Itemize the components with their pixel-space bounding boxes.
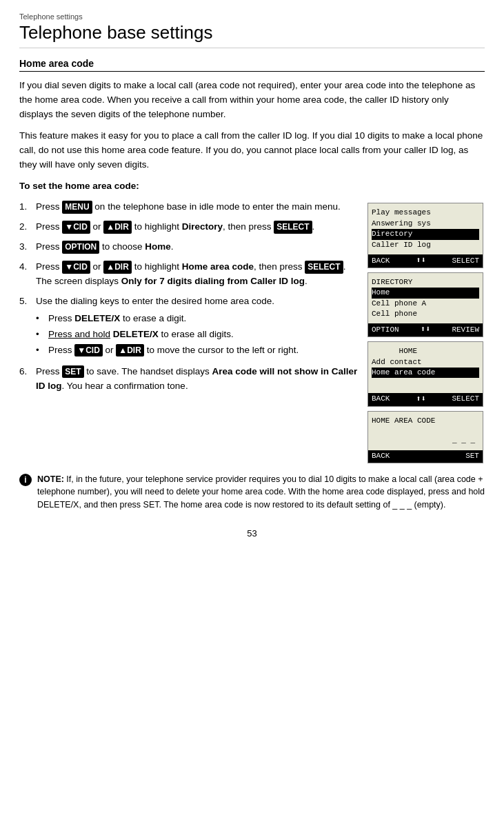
step-2-content: Press ▼CID or ▲DIR to highlight Director… [36,220,361,234]
step-5-bullets: • Press DELETE/X to erase a digit. • Pre… [36,312,361,358]
screen-3-line-2: Add contact [372,357,479,368]
screen-1: Play messages Answering sys Directory Ca… [367,203,483,268]
screen-1-line-3: Directory [372,229,479,239]
screen-3-line-1: HOME [372,346,479,356]
steps-column: 1. Press MENU on the telephone base in i… [19,200,361,399]
step-3: 3. Press OPTION to choose Home. [19,240,361,254]
select-key-4: SELECT [305,261,343,274]
set-key: SET [62,365,83,379]
step-6-num: 6. [19,365,32,394]
screen-2-line-1: DIRECTORY [372,277,479,288]
screen-4-value: _ _ _ [372,436,479,446]
screen-2-body: DIRECTORY Home Cell phone A Cell phone [368,276,483,322]
screen-1-line-2: Answering sys [372,219,479,229]
cid-down-key: ▼CID [62,221,90,234]
screen-1-select: SELECT [452,256,479,266]
screen-3-select: SELECT [452,394,479,404]
screen-3-line-4 [372,378,479,388]
paragraph-1: If you dial seven digits to make a local… [19,79,485,122]
step-1-content: Press MENU on the telephone base in idle… [36,200,361,214]
dir-up-key-5: ▲DIR [116,344,144,357]
screens-column: Play messages Answering sys Directory Ca… [367,200,485,463]
step-2-num: 2. [19,220,32,234]
bullet-1: • Press DELETE/X to erase a digit. [36,312,361,326]
screen-1-back: BACK [372,256,390,266]
screen-3-body: HOME Add contact Home area code [368,345,483,391]
step-1: 1. Press MENU on the telephone base in i… [19,200,361,214]
paragraph-2: This feature makes it easy for you to pl… [19,129,485,172]
screen-2-line-4: Cell phone [372,309,479,319]
screen-4-footer: BACK SET [368,450,483,462]
screen-4-body: HOME AREA CODE _ _ _ [368,414,483,449]
screen-4-title: HOME AREA CODE [372,416,479,426]
screen-3-back: BACK [372,394,390,404]
section-heading: Home area code [19,58,485,72]
note-block: i NOTE: If, in the future, your telephon… [19,473,485,512]
screen-4-spacer [416,451,439,461]
step-5: 5. Use the dialing keys to enter the des… [19,294,361,359]
screen-3-line-3: Home area code [372,368,479,378]
screen-1-footer: BACK ⬆⬇ SELECT [368,254,483,268]
screen-3-footer: BACK ⬆⬇ SELECT [368,393,483,406]
step-6: 6. Press SET to save. The handset displa… [19,365,361,394]
screen-1-line-4: Caller ID log [372,240,479,250]
step-5-content: Use the dialing keys to enter the desire… [36,294,361,359]
screen-2-review: REVIEW [452,325,479,335]
step-4-num: 4. [19,260,32,289]
note-icon: i [19,474,32,486]
step-5-num: 5. [19,294,32,359]
screen-3-arrow: ⬆⬇ [416,394,425,405]
screen-2-footer: OPTION ⬆⬇ REVIEW [368,323,483,336]
screen-4-blank [372,426,479,436]
step-4-content: Press ▼CID or ▲DIR to highlight Home are… [36,260,361,289]
steps-list: 1. Press MENU on the telephone base in i… [19,200,361,393]
page-number: 53 [19,528,485,539]
dir-up-key-4: ▲DIR [103,261,132,274]
screen-4-set: SET [465,451,479,461]
screen-1-line-1: Play messages [372,208,479,218]
bullet-2: • Press and hold DELETE/X to erase all d… [36,328,361,342]
page-title: Telephone base settings [19,22,485,48]
bullet-3: • Press ▼CID or ▲DIR to move the cursor … [36,343,361,358]
step-1-num: 1. [19,200,32,214]
screen-2-line-2: Home [372,288,479,298]
cid-down-key-4: ▼CID [62,261,90,274]
screen-2-line-3: Cell phone A [372,299,479,309]
option-key: OPTION [62,241,99,254]
step-3-content: Press OPTION to choose Home. [36,240,361,254]
screen-1-body: Play messages Answering sys Directory Ca… [368,206,483,252]
screen-1-arrow: ⬆⬇ [416,255,425,267]
cid-down-key-5: ▼CID [74,344,103,357]
dir-up-key: ▲DIR [103,221,132,234]
main-content: 1. Press MENU on the telephone base in i… [19,200,485,463]
step-2: 2. Press ▼CID or ▲DIR to highlight Direc… [19,220,361,234]
screen-3: HOME Add contact Home area code BACK ⬆⬇ … [367,341,483,406]
select-key-2: SELECT [274,221,312,234]
screen-2: DIRECTORY Home Cell phone A Cell phone O… [367,272,483,337]
screen-4-back: BACK [372,451,390,461]
step-6-content: Press SET to save. The handset displays … [36,365,361,394]
step-4: 4. Press ▼CID or ▲DIR to highlight Home … [19,260,361,289]
note-text: NOTE: If, in the future, your telephone … [37,473,485,512]
page-subtitle: Telephone settings [19,12,485,21]
menu-key: MENU [62,201,92,214]
step-3-num: 3. [19,240,32,254]
set-heading: To set the home area code: [19,179,485,194]
screen-2-arrow: ⬆⬇ [421,324,430,336]
screen-4: HOME AREA CODE _ _ _ BACK SET [367,411,483,463]
screen-2-option: OPTION [372,325,399,335]
